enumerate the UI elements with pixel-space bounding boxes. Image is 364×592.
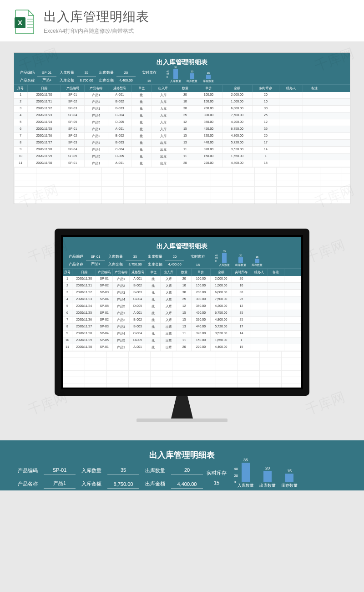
value-product-name: 产品1 [44,479,76,489]
table-cell: SP-01 [61,92,85,98]
table-cell [279,147,303,153]
table-cell: 1 [253,153,279,160]
table-cell: 13 [175,140,195,146]
table-cell: 2020/11/20 [72,276,96,282]
table-cell: 440.00 [195,140,222,146]
table-cell: 批 [146,344,160,351]
table-cell: SP-03 [96,324,113,330]
watermark: 千库网 [303,236,348,267]
table-cell: 批 [146,317,160,323]
table-cell: 20 [253,92,279,98]
table-cell: 150.00 [195,153,222,160]
table-row: 72020/11/26SP-02产品2B-002批入库15320.004,800… [14,133,350,140]
summary-bar-chart: 40200 35 入库数量 20 出库数量 15 库存数量 [167,70,344,83]
column-header: 单价 [192,269,211,276]
label-in-qty: 入库数量 [105,253,126,260]
table-cell: 入库 [152,112,176,119]
table-cell: SP-02 [96,317,113,323]
table-cell: 批 [146,296,160,303]
table-cell: B-003 [108,140,132,146]
table-header-row: 序号日期产品编码产品名称规格型号单位出入库数量单价金额实时库存经办人备注 [63,268,301,276]
bar-value: 35 [243,458,248,462]
value-product-code: SP-01 [37,69,56,77]
table-cell: 批 [146,331,160,337]
summary-panel: 产品编码产品名称 SP-01产品1 入库数量入库金额 358,750.00 出库… [63,253,301,268]
table-cell: 2020/11/27 [72,324,96,330]
value-in-qty: 35 [126,253,145,260]
table-cell: C-004 [108,112,132,119]
table-cell: 批 [131,147,152,153]
table-cell: 12 [232,303,251,310]
table-cell: SP-04 [61,112,85,119]
table-cell: 1,650.00 [222,153,253,160]
table-cell [303,140,327,146]
table-cell: 产品3 [113,324,130,330]
table-cell: 批 [131,119,152,126]
chart-bar: 35 入库数量 [219,250,230,267]
table-cell: 2020/11/26 [28,133,61,139]
table-cell: 5,720.00 [211,324,232,330]
table-cell: 35 [253,126,279,133]
table-cell: A-001 [130,310,147,316]
chart-bar: 15 库存数量 [203,71,214,83]
table-cell [303,112,327,119]
bar-category: 库存数量 [252,263,263,267]
value-out-amt: 4,400.00 [171,480,203,489]
table-cell: 入库 [161,310,177,316]
table-cell: 14 [253,147,279,153]
table-cell [279,92,303,98]
column-header: 经办人 [251,269,268,276]
column-header: 出入库 [161,269,177,276]
table-cell: 产品3 [85,106,108,112]
table-row: 62020/11/25SP-01产品1A-001批入库15450.006,750… [63,310,301,317]
table-cell: 产品3 [113,290,130,296]
table-cell [251,344,268,351]
table-cell: 出库 [152,160,176,167]
page-title: 出入库管理明细表 [44,8,350,26]
table-cell: 出库 [161,331,177,337]
table-cell: 批 [131,99,152,105]
table-cell: 10 [175,99,195,105]
table-cell: A-001 [130,344,147,351]
table-cell [279,140,303,146]
table-cell: 15 [177,317,191,323]
bar-value: 20 [265,466,270,470]
bar-value: 20 [191,70,193,73]
table-cell [303,126,327,133]
bar-value: 15 [287,469,292,473]
bar-category: 入库数量 [238,482,254,489]
table-cell: 320.00 [192,331,211,337]
table-cell [303,99,327,105]
table-cell: 6 [63,310,72,316]
table-cell: 30 [177,290,191,296]
label-out-qty: 出库数量 [145,253,165,260]
value-stock: 15 [214,480,219,485]
table-cell: 批 [146,303,160,310]
table-cell: 2020/11/21 [72,283,96,289]
bar-category: 入库数量 [219,263,230,267]
table-cell: 25 [232,296,251,303]
table-cell: D-005 [130,337,147,344]
table-cell: 2020/11/21 [28,99,61,105]
table-cell: 9 [63,331,72,337]
table-cell: B-002 [108,99,132,105]
table-cell: 150.00 [192,283,211,289]
value-in-amt: 8,750.00 [107,480,139,489]
table-cell: 10 [63,337,72,344]
table-cell [251,296,268,303]
value-product-name: 产品1 [86,260,105,268]
table-cell: 1 [14,92,28,98]
label-product-name: 产品名称 [17,77,37,84]
table-cell [303,147,327,153]
table-cell: A-001 [108,92,132,98]
table-cell: 出库 [161,324,177,330]
sheet-title: 出入库管理明细表 [63,240,301,253]
table-cell: 产品1 [113,344,130,351]
table-cell: A-001 [130,276,147,282]
bar-value: 15 [256,255,258,258]
label-in-amt: 入库金额 [76,479,107,489]
bar-category: 出库数量 [259,482,276,489]
column-header: 数量 [177,269,191,276]
table-cell: 4 [14,112,28,119]
table-cell: 7 [14,133,28,139]
